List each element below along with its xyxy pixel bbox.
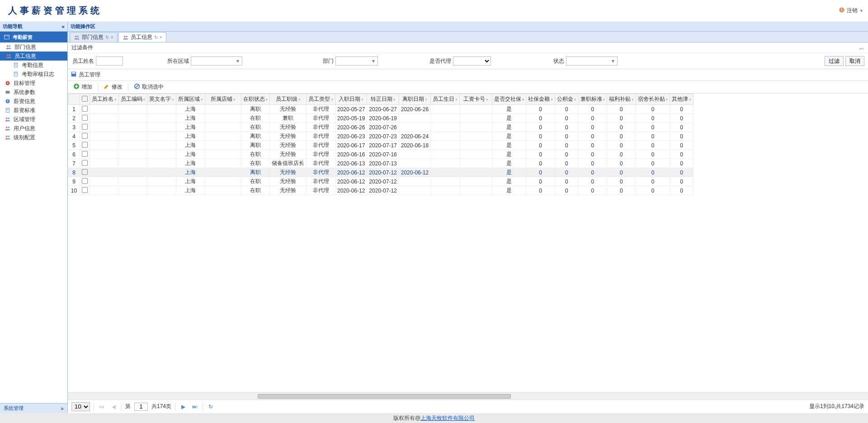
table-row[interactable]: 4上海离职无经验非代理2020-06-232020-07-232020-06-2…: [68, 132, 693, 141]
filter-status-select[interactable]: ▾: [566, 56, 618, 66]
col-header[interactable]: 公积金♦: [555, 94, 578, 105]
last-page-button[interactable]: ⏭: [191, 403, 199, 411]
filter-name-input[interactable]: [96, 56, 123, 66]
expand-icon[interactable]: »: [61, 405, 64, 412]
cell-s2: 0: [555, 114, 578, 123]
row-checkbox[interactable]: [82, 187, 88, 193]
cancel-button[interactable]: 取消: [845, 56, 864, 66]
add-button[interactable]: 增加: [71, 82, 95, 92]
nav-icon: [5, 53, 12, 59]
plus-icon: [73, 83, 80, 91]
first-page-button[interactable]: ⏮: [98, 403, 106, 411]
col-header[interactable]: 兼职标准♦: [578, 94, 607, 105]
row-checkbox[interactable]: [82, 160, 88, 166]
table-row[interactable]: 3上海在职无经验非代理2020-06-262020-07-26是000000: [68, 123, 693, 132]
row-checkbox[interactable]: [82, 178, 88, 184]
table-row[interactable]: 6上海在职无经验非代理2020-06-162020-07-16是000000: [68, 150, 693, 159]
col-header[interactable]: 员工类型♦: [307, 94, 335, 105]
nav-tree: 考勤薪资 部门信息员工信息考勤信息考勤审核日志 目标管理系统参数$薪资信息薪资标…: [0, 32, 67, 403]
filter-collapse-icon[interactable]: ︽: [859, 44, 864, 52]
filter-button[interactable]: 过滤: [825, 56, 844, 66]
nav-item2-0[interactable]: 目标管理: [0, 79, 67, 88]
row-checkbox[interactable]: [82, 124, 88, 130]
nav-item-2[interactable]: 考勤信息: [0, 61, 67, 70]
select-all-checkbox[interactable]: [82, 96, 88, 102]
cell-s3: 0: [578, 159, 607, 168]
col-header[interactable]: 员工编码♦: [118, 94, 147, 105]
col-header[interactable]: 工资卡号♦: [459, 94, 492, 105]
sort-icon: ♦: [298, 97, 301, 102]
sidebar-bottom[interactable]: 系统管理 »: [0, 403, 67, 413]
filter-region-select[interactable]: ▾: [191, 56, 242, 66]
nav-icon: [5, 44, 12, 50]
table-row[interactable]: 7上海在职储备值班店长非代理2020-06-132020-07-13是00000…: [68, 159, 693, 168]
edit-button[interactable]: 修改: [101, 82, 125, 92]
tab-close-icon[interactable]: ×: [111, 35, 113, 40]
cell-region: 上海: [176, 114, 205, 123]
col-header[interactable]: 社保金额♦: [526, 94, 555, 105]
tab-0[interactable]: 部门信息 ↻×: [70, 32, 118, 42]
col-header[interactable]: 离职日期♦: [399, 94, 430, 105]
col-header[interactable]: 转正日期♦: [367, 94, 399, 105]
col-header[interactable]: 福利补贴♦: [607, 94, 636, 105]
table-row[interactable]: 2上海在职兼职非代理2020-05-192020-06-19是000000: [68, 114, 693, 123]
row-number: 9: [68, 177, 80, 186]
table-row[interactable]: 5上海离职无经验非代理2020-06-172020-07-172020-06-1…: [68, 141, 693, 150]
cell-s5: 0: [636, 123, 670, 132]
col-header[interactable]: 其他津♦: [670, 94, 693, 105]
nav-item2-6[interactable]: 级别配置: [0, 133, 67, 142]
cell-leave: [399, 150, 430, 159]
svg-point-4: [7, 54, 9, 56]
logout-button[interactable]: 注销 ▼: [839, 7, 863, 14]
row-checkbox[interactable]: [82, 142, 88, 148]
col-header[interactable]: 入职日期♦: [335, 94, 367, 105]
row-checkbox[interactable]: [82, 169, 88, 175]
nav-item2-1[interactable]: 系统参数: [0, 88, 67, 97]
refresh-button[interactable]: ↻: [207, 403, 215, 411]
col-header[interactable]: 员工姓名♦: [90, 94, 119, 105]
tab-close-icon[interactable]: ×: [160, 35, 162, 40]
filter-agent-select[interactable]: [453, 56, 491, 66]
company-link[interactable]: 上海天牧软件有限公司: [420, 414, 475, 422]
row-checkbox[interactable]: [82, 115, 88, 121]
nav-item-1[interactable]: 员工信息: [0, 52, 67, 61]
col-header[interactable]: 宿舍长补贴♦: [636, 94, 670, 105]
prev-page-button[interactable]: ◀: [109, 403, 118, 411]
col-header[interactable]: 在职状态♦: [241, 94, 270, 105]
col-header[interactable]: 是否交社保♦: [492, 94, 526, 105]
cell-join: 2020-06-23: [335, 132, 367, 141]
col-header[interactable]: 英文名字♦: [147, 94, 176, 105]
nav-icon: [5, 107, 11, 113]
row-checkbox[interactable]: [82, 106, 88, 112]
nav-item-3[interactable]: 考勤审核日志: [0, 70, 67, 79]
nav-item2-5[interactable]: 用户信息: [0, 124, 67, 133]
filter-dept-select[interactable]: ▾: [335, 56, 378, 66]
row-checkbox[interactable]: [82, 151, 88, 157]
col-header[interactable]: 员工职级♦: [270, 94, 307, 105]
nav-group-attendance[interactable]: 考勤薪资: [0, 32, 67, 42]
horizontal-scrollbar[interactable]: [68, 392, 868, 400]
col-header[interactable]: 所属区域♦: [176, 94, 205, 105]
tab-1[interactable]: 员工信息 ↻×: [118, 32, 166, 42]
col-header[interactable]: 员工生日♦: [431, 94, 460, 105]
tab-refresh-icon[interactable]: ↻: [105, 35, 109, 40]
collapse-icon[interactable]: «: [61, 24, 65, 30]
table-row[interactable]: 8上海离职无经验非代理2020-06-122020-07-122020-06-1…: [68, 168, 693, 177]
table-row[interactable]: 10上海在职无经验非代理2020-06-122020-07-12是000000: [68, 186, 693, 195]
page-size-select[interactable]: 10: [71, 402, 90, 411]
nav-item-0[interactable]: 部门信息: [0, 42, 67, 52]
tab-refresh-icon[interactable]: ↻: [154, 35, 158, 40]
nav-item2-3[interactable]: 薪资标准: [0, 106, 67, 115]
table-row[interactable]: 9上海在职无经验非代理2020-06-122020-07-12是000000: [68, 177, 693, 186]
nav-item2-4[interactable]: 区域管理: [0, 115, 67, 124]
scrollbar-thumb[interactable]: [258, 394, 511, 399]
cell-social: 是: [492, 132, 526, 141]
col-header[interactable]: 所属店铺♦: [205, 94, 241, 105]
table-row[interactable]: 1上海离职无经验非代理2020-05-272020-06-272020-06-2…: [68, 105, 693, 114]
next-page-button[interactable]: ▶: [179, 403, 187, 411]
add-label: 增加: [81, 83, 92, 91]
row-checkbox[interactable]: [82, 133, 88, 139]
deselect-button[interactable]: 取消选中: [131, 82, 166, 92]
page-input[interactable]: [134, 403, 148, 411]
nav-item2-2[interactable]: $薪资信息: [0, 97, 67, 106]
